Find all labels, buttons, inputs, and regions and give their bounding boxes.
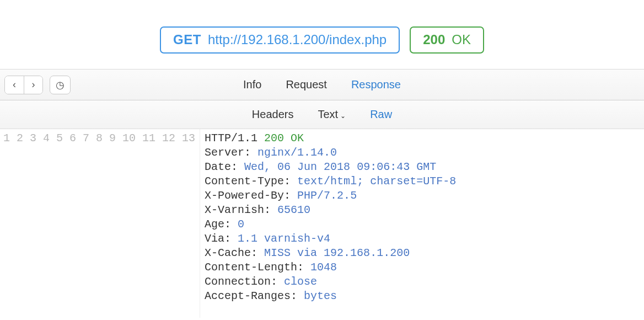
line-gutter: 1 2 3 4 5 6 7 8 9 10 11 12 13 bbox=[0, 129, 200, 318]
response-status-pill: 200 OK bbox=[410, 26, 484, 54]
tab-request[interactable]: Request bbox=[286, 78, 327, 91]
history-button[interactable]: ◷ bbox=[50, 76, 71, 94]
main-toolbar: ‹ › ◷ Info Request Response bbox=[0, 70, 644, 100]
chevron-down-icon: ⌄ bbox=[340, 112, 346, 120]
tab-response[interactable]: Response bbox=[351, 78, 401, 91]
raw-response-text: HTTP/1.1 200 OK Server: nginx/1.14.0 Dat… bbox=[200, 129, 456, 318]
nav-back-forward: ‹ › bbox=[4, 76, 43, 94]
status-code: 200 bbox=[423, 33, 445, 46]
response-subtabs: Headers Text⌄ Raw bbox=[252, 108, 392, 121]
nav-back-button[interactable]: ‹ bbox=[5, 76, 24, 94]
tab-info[interactable]: Info bbox=[243, 78, 261, 91]
raw-response-view[interactable]: 1 2 3 4 5 6 7 8 9 10 11 12 13 HTTP/1.1 2… bbox=[0, 129, 644, 318]
subtab-text[interactable]: Text⌄ bbox=[318, 108, 346, 121]
request-url-pill[interactable]: GET http://192.168.1.200/index.php bbox=[160, 26, 400, 54]
response-subtabs-bar: Headers Text⌄ Raw bbox=[0, 100, 644, 129]
http-method: GET bbox=[173, 33, 201, 46]
status-text: OK bbox=[452, 33, 471, 46]
nav-forward-button[interactable]: › bbox=[24, 76, 42, 94]
subtab-raw[interactable]: Raw bbox=[370, 108, 392, 121]
request-summary-bar: GET http://192.168.1.200/index.php 200 O… bbox=[0, 0, 644, 70]
request-url: http://192.168.1.200/index.php bbox=[208, 33, 387, 46]
subtab-headers[interactable]: Headers bbox=[252, 108, 294, 121]
clock-icon: ◷ bbox=[56, 79, 65, 91]
main-tabs: Info Request Response bbox=[243, 78, 401, 91]
